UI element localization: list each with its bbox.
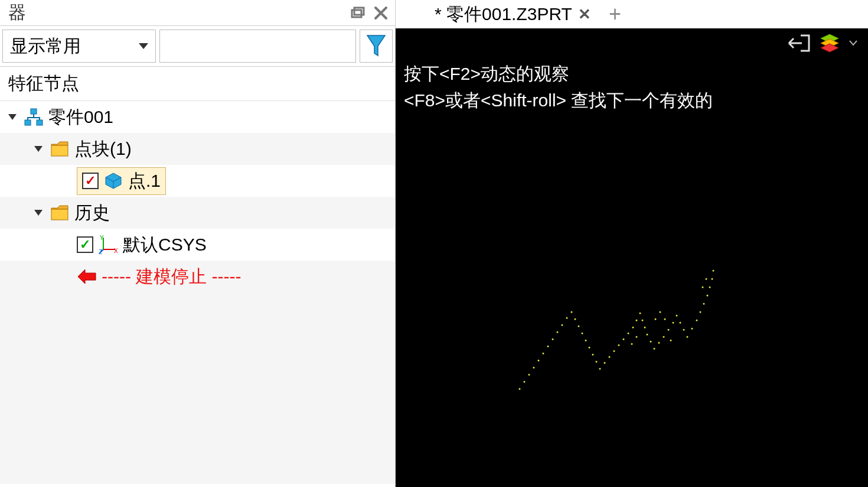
dropdown-caret-icon[interactable] [849,40,857,46]
tree-toolbar: 显示常用 [0,26,395,67]
svg-rect-1 [354,8,364,15]
folder-icon [50,139,70,159]
tree-node-model-stop[interactable]: ----- 建模停止 ----- [0,261,395,293]
svg-point-67 [670,340,672,342]
3d-viewport[interactable]: 按下<F2>动态的观察 <F8>或者<Shift-roll> 查找下一个有效的 [396,28,868,487]
chevron-down-icon [139,43,148,49]
dropdown-label: 显示常用 [10,34,81,59]
tree-search-input[interactable] [159,30,356,63]
panel-title: 器 [5,1,26,25]
svg-point-43 [654,348,655,350]
arrow-left-icon [77,267,97,287]
filter-button[interactable] [360,30,393,63]
tree-node-pointblock[interactable]: 点块(1) [0,133,395,165]
svg-point-18 [557,332,559,333]
svg-point-65 [631,343,633,345]
svg-point-19 [562,324,563,326]
svg-text:Y: Y [100,235,104,241]
svg-point-39 [642,320,644,322]
tab-label: * 零件001.Z3PRT [435,2,572,27]
svg-point-36 [632,327,634,329]
svg-point-32 [614,350,615,352]
empty-row [0,356,395,388]
document-tabbar: * 零件001.Z3PRT ✕ + [396,0,868,28]
svg-point-13 [533,367,535,369]
svg-point-62 [655,319,657,320]
feature-tree-panel: 器 显示常用 特征节点 零件001 [0,0,396,487]
cube-icon [103,171,123,191]
svg-point-23 [578,326,580,327]
document-tab[interactable]: * 零件001.Z3PRT ✕ [431,1,595,28]
collapse-toggle[interactable] [32,206,45,219]
viewport-toolbar [787,33,857,53]
svg-point-10 [519,388,521,390]
svg-point-63 [660,311,661,313]
point-cloud-preview [508,253,756,407]
svg-point-11 [524,381,526,383]
svg-point-31 [609,356,611,358]
svg-text:Z: Z [99,249,102,254]
close-tab-icon[interactable]: ✕ [578,5,591,24]
svg-point-45 [663,336,665,338]
svg-rect-3 [25,120,31,125]
visibility-checkbox[interactable]: ✓ [82,173,99,189]
empty-row [0,452,395,484]
node-label: ----- 建模停止 ----- [102,265,242,289]
svg-point-51 [687,336,688,338]
svg-rect-5 [51,145,68,156]
layers-icon[interactable] [818,33,841,53]
close-window-icon[interactable] [371,5,390,21]
svg-text:X: X [114,248,118,254]
svg-point-52 [691,328,693,330]
viewport-hint: 按下<F2>动态的观察 <F8>或者<Shift-roll> 查找下一个有效的 [404,60,713,113]
svg-rect-0 [352,10,361,17]
svg-point-33 [618,345,620,346]
svg-point-54 [700,311,701,313]
svg-point-21 [571,311,573,313]
svg-point-25 [585,340,587,342]
svg-rect-6 [51,209,68,220]
svg-point-17 [552,339,554,340]
svg-point-58 [712,278,713,280]
svg-point-29 [599,368,601,370]
svg-point-12 [528,374,530,376]
svg-point-22 [575,319,576,320]
svg-point-30 [604,362,606,364]
node-label: 点.1 [128,169,161,193]
svg-point-48 [676,315,678,317]
svg-point-59 [713,270,714,272]
viewport-panel: * 零件001.Z3PRT ✕ + 按下<F2>动态的观察 <F8>或者<Sh [396,0,868,487]
node-label: 默认CSYS [123,233,207,257]
svg-point-50 [683,329,685,331]
collapse-toggle[interactable] [32,142,45,155]
svg-point-41 [647,334,648,336]
display-mode-dropdown[interactable]: 显示常用 [2,30,156,63]
svg-point-42 [650,341,652,343]
svg-point-34 [623,339,625,340]
svg-point-61 [702,287,704,288]
svg-point-15 [543,353,544,355]
tree-node-history[interactable]: 历史 [0,197,395,229]
hint-line: 按下<F2>动态的观察 [404,60,713,87]
svg-point-44 [658,342,660,344]
svg-point-56 [707,295,709,297]
visibility-checkbox[interactable]: ✓ [77,236,93,253]
node-label: 历史 [74,201,110,225]
svg-point-47 [673,322,674,324]
svg-point-49 [680,322,681,324]
node-label: 零件001 [48,105,113,129]
tree-node-root[interactable]: 零件001 [0,101,395,133]
panel-titlebar: 器 [0,0,395,26]
empty-row [0,324,395,356]
svg-point-40 [644,327,646,329]
svg-point-55 [703,303,705,305]
svg-point-37 [636,320,638,322]
empty-row [0,293,395,324]
exit-icon[interactable] [787,33,810,53]
restore-window-icon[interactable] [348,5,367,21]
hierarchy-icon [24,107,44,127]
collapse-toggle[interactable] [6,111,19,124]
tree-node-point1[interactable]: ✓ 点.1 [0,165,395,197]
new-tab-button[interactable]: + [603,2,627,27]
tree-node-csys[interactable]: ✓ Y X Z 默认CSYS [0,229,395,261]
